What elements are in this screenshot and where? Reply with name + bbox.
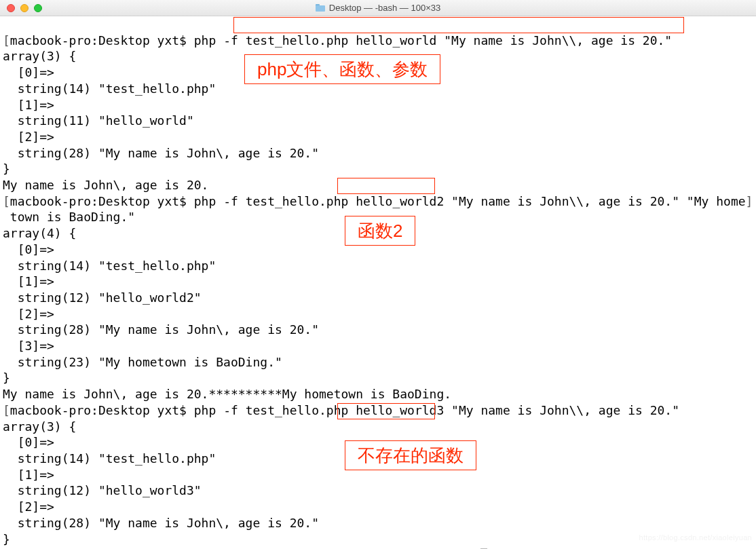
- terminal-area[interactable]: [macbook-pro:Desktop yxt$ php -f test_he…: [0, 16, 756, 549]
- output-line: My name is John\, age is 20.**********My…: [3, 387, 451, 401]
- output-line: string(14) "test_hello.php": [3, 259, 216, 273]
- window-title-text: Desktop — -bash — 100×33: [329, 3, 440, 13]
- terminal-prompt: macbook-pro:Desktop yxt$: [10, 33, 194, 48]
- output-line: string(12) "hello_world2": [3, 290, 202, 305]
- output-line: string(12) "hello_world3": [3, 483, 202, 497]
- output-line: string(11) "hello_world": [3, 113, 194, 128]
- output-line: array(3) {: [3, 49, 76, 63]
- bracket-icon: [: [3, 194, 10, 208]
- bracket-icon: ]: [746, 194, 753, 208]
- command-text: php -f test_hello.php: [194, 403, 356, 417]
- watermark-text: https://blog.csdn.net/xiaoleiyuan: [639, 530, 752, 546]
- folder-icon: [316, 4, 325, 12]
- terminal-prompt: macbook-pro:Desktop yxt$: [10, 403, 194, 417]
- command-text: php -f: [194, 33, 246, 48]
- output-line: string(28) "My name is John\, age is 20.…: [3, 146, 319, 160]
- output-line: [0]=>: [3, 242, 54, 257]
- annotation-box-cmd3: [337, 403, 435, 419]
- command-text: "My name is John\\, age is 20." "My home: [444, 194, 745, 208]
- output-line: [2]=>: [3, 499, 54, 514]
- bracket-icon: [: [3, 403, 10, 417]
- output-line: My name is John\, age is 20.: [3, 178, 208, 192]
- window-title: Desktop — -bash — 100×33: [0, 3, 756, 13]
- output-line: }: [3, 162, 10, 176]
- annotation-label-3: 不存在的函数: [345, 440, 476, 470]
- output-line: array(3) {: [3, 419, 76, 434]
- output-line: string(14) "test_hello.php": [3, 81, 216, 96]
- command-text: "My name is John\\, age is 20.": [444, 403, 679, 417]
- output-line: }: [3, 532, 10, 546]
- command-highlighted: hello_world2: [356, 194, 444, 208]
- output-line: [2]=>: [3, 307, 54, 321]
- output-line: [1]=>: [3, 468, 54, 482]
- maximize-icon[interactable]: [34, 4, 42, 12]
- output-line: [3]=>: [3, 339, 54, 353]
- command-text: php -f test_hello.php: [194, 194, 356, 208]
- output-line: [1]=>: [3, 98, 54, 112]
- output-line: array(4) {: [3, 226, 76, 240]
- traffic-lights: [7, 4, 42, 12]
- annotation-label-1: php文件、函数、参数: [244, 54, 440, 84]
- bracket-icon: [: [3, 33, 10, 48]
- close-icon[interactable]: [7, 4, 15, 12]
- output-line: string(14) "test_hello.php": [3, 451, 216, 466]
- command-wrap: town is BaoDing.": [3, 210, 135, 224]
- annotation-label-2: 函数2: [345, 216, 415, 246]
- command-highlighted: test_hello.php hello_world "My name is J…: [246, 33, 673, 48]
- output-line: [2]=>: [3, 130, 54, 144]
- output-line: }: [3, 371, 10, 385]
- output-line: string(28) "My name is John\, age is 20.…: [3, 322, 319, 337]
- window-titlebar: Desktop — -bash — 100×33: [0, 0, 756, 16]
- output-line: [1]=>: [3, 274, 54, 288]
- annotation-box-cmd1: [233, 17, 684, 33]
- output-line: string(28) "My name is John\, age is 20.…: [3, 516, 319, 530]
- minimize-icon[interactable]: [20, 4, 29, 12]
- output-line: string(23) "My hometown is BaoDing.": [3, 355, 282, 369]
- output-line: [0]=>: [3, 435, 54, 449]
- output-line: [0]=>: [3, 65, 54, 79]
- terminal-prompt: macbook-pro:Desktop yxt$: [10, 194, 194, 208]
- annotation-box-cmd2: [337, 178, 435, 194]
